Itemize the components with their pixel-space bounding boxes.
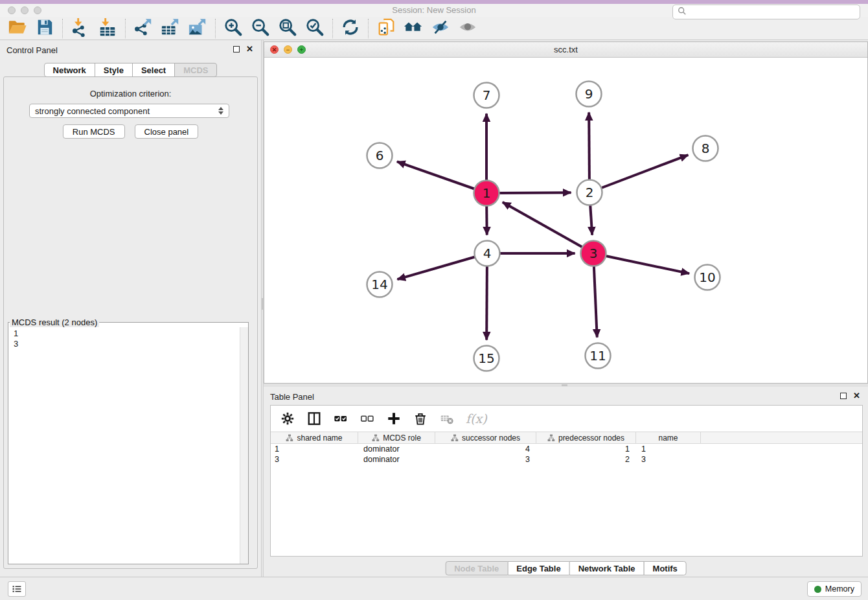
- graph-node-14[interactable]: 14: [367, 272, 393, 297]
- zoom-fit-button[interactable]: [274, 18, 301, 39]
- graph-node-4[interactable]: 4: [475, 241, 500, 266]
- zoom-in-button[interactable]: [220, 18, 247, 39]
- first-neighbors-button[interactable]: [400, 18, 427, 39]
- save-button[interactable]: [31, 18, 58, 39]
- cell-mcds-role[interactable]: dominator: [358, 454, 435, 465]
- graph-node-6[interactable]: 6: [367, 143, 393, 168]
- open-folder-button[interactable]: [4, 18, 31, 39]
- tab-node-table[interactable]: Node Table: [445, 561, 508, 575]
- network-window-titlebar[interactable]: ✕ − + scc.txt: [264, 42, 867, 58]
- cell-successor-nodes[interactable]: 4: [435, 444, 536, 454]
- run-mcds-button[interactable]: Run MCDS: [63, 124, 125, 139]
- node-label: 15: [478, 351, 494, 366]
- show-panels-button[interactable]: [8, 581, 26, 597]
- export-network-button[interactable]: [130, 18, 157, 39]
- delete-table-button[interactable]: [439, 411, 455, 426]
- graph-edge-4-14[interactable]: [397, 253, 487, 279]
- zoom-selected-button[interactable]: [301, 18, 328, 39]
- column-header-successor-nodes[interactable]: successor nodes: [435, 432, 536, 443]
- graph-node-3[interactable]: 3: [581, 241, 606, 266]
- close-panel-button[interactable]: Close panel: [135, 124, 199, 139]
- graph-node-7[interactable]: 7: [474, 83, 499, 108]
- column-label: name: [658, 433, 678, 443]
- graph-node-10[interactable]: 10: [695, 265, 720, 290]
- graph-node-8[interactable]: 8: [693, 136, 718, 161]
- graph-edge-2-8[interactable]: [589, 155, 688, 192]
- close-table-panel-icon[interactable]: ✕: [853, 393, 860, 399]
- table-content: f(x) shared nameMCDS rolesuccessor nodes…: [270, 405, 863, 557]
- memory-status-icon: [814, 586, 821, 593]
- deselect-all-button[interactable]: [360, 411, 375, 426]
- node-label: 14: [371, 277, 387, 292]
- float-table-panel-icon[interactable]: [840, 393, 847, 399]
- node-label: 2: [586, 185, 594, 200]
- node-label: 7: [483, 87, 491, 103]
- show-all-icon: [458, 17, 477, 40]
- show-all-button[interactable]: [454, 18, 481, 39]
- node-label: 8: [702, 141, 710, 156]
- tab-mcds[interactable]: MCDS: [174, 63, 217, 77]
- hierarchy-icon: [547, 434, 555, 442]
- hierarchy-icon: [451, 434, 459, 442]
- open-folder-icon: [8, 17, 27, 40]
- select-all-button[interactable]: [333, 411, 348, 426]
- export-image-button[interactable]: [184, 18, 211, 39]
- cell-successor-nodes[interactable]: 3: [435, 454, 536, 465]
- graph-edge-3-1[interactable]: [503, 202, 593, 253]
- trash-button[interactable]: [413, 411, 428, 426]
- column-header-name[interactable]: name: [636, 432, 701, 443]
- cell-predecessor-nodes[interactable]: 2: [536, 454, 636, 465]
- node-label: 11: [589, 348, 606, 363]
- network-canvas[interactable]: 7968124314101511: [264, 58, 867, 383]
- gear-button[interactable]: [280, 411, 295, 426]
- function-builder-button[interactable]: f(x): [466, 411, 487, 426]
- criterion-dropdown[interactable]: strongly connected component: [29, 104, 229, 118]
- cell-shared-name[interactable]: 3: [271, 454, 358, 465]
- graph-node-1[interactable]: 1: [474, 181, 499, 206]
- tab-select[interactable]: Select: [132, 63, 175, 77]
- cell-predecessor-nodes[interactable]: 1: [536, 444, 636, 454]
- import-network-button[interactable]: [67, 18, 94, 39]
- import-table-button[interactable]: [94, 18, 121, 39]
- criterion-value: strongly connected component: [35, 106, 150, 116]
- tab-style[interactable]: Style: [95, 63, 133, 77]
- memory-button[interactable]: Memory: [807, 581, 862, 597]
- add-button[interactable]: [386, 411, 402, 426]
- cell-shared-name[interactable]: 1: [271, 444, 358, 454]
- table-row-1[interactable]: 1dominator411: [271, 444, 862, 454]
- float-panel-icon[interactable]: [233, 46, 240, 52]
- zoom-out-button[interactable]: [247, 18, 274, 39]
- search-box[interactable]: [672, 5, 860, 19]
- refresh-button[interactable]: [337, 18, 364, 39]
- column-label: predecessor nodes: [558, 433, 624, 443]
- cell-name[interactable]: 1: [636, 444, 701, 454]
- close-panel-icon[interactable]: ✕: [246, 46, 253, 52]
- column-label: successor nodes: [462, 433, 520, 443]
- result-scrollbar[interactable]: [240, 327, 248, 564]
- column-header-shared-name[interactable]: shared name: [271, 432, 358, 443]
- tab-edge-table[interactable]: Edge Table: [507, 561, 569, 575]
- mcds-result-title: MCDS result (2 nodes): [10, 317, 99, 327]
- import-table-icon: [98, 17, 117, 40]
- search-input[interactable]: [690, 6, 860, 18]
- control-panel-title: Control Panel: [6, 45, 58, 55]
- graph-node-2[interactable]: 2: [577, 180, 602, 205]
- graph-edge-1-6[interactable]: [397, 161, 486, 193]
- tab-network[interactable]: Network: [44, 63, 95, 77]
- tab-motifs[interactable]: Motifs: [644, 561, 687, 575]
- graph-node-11[interactable]: 11: [586, 343, 611, 369]
- column-header-predecessor-nodes[interactable]: predecessor nodes: [536, 432, 636, 443]
- hide-selected-button[interactable]: [427, 18, 454, 39]
- graph-node-9[interactable]: 9: [577, 82, 602, 107]
- table-row-3[interactable]: 3dominator323: [271, 454, 862, 465]
- export-table-button[interactable]: [157, 18, 184, 39]
- tab-network-table[interactable]: Network Table: [569, 561, 645, 575]
- column-header-mcds-role[interactable]: MCDS role: [358, 432, 435, 443]
- cell-name[interactable]: 3: [636, 454, 701, 465]
- node-label: 9: [585, 86, 593, 102]
- clone-network-button[interactable]: [372, 18, 400, 39]
- columns-button[interactable]: [306, 411, 322, 426]
- cell-mcds-role[interactable]: dominator: [358, 444, 435, 454]
- graph-node-15[interactable]: 15: [474, 346, 499, 371]
- graph-edge-3-10[interactable]: [593, 253, 689, 273]
